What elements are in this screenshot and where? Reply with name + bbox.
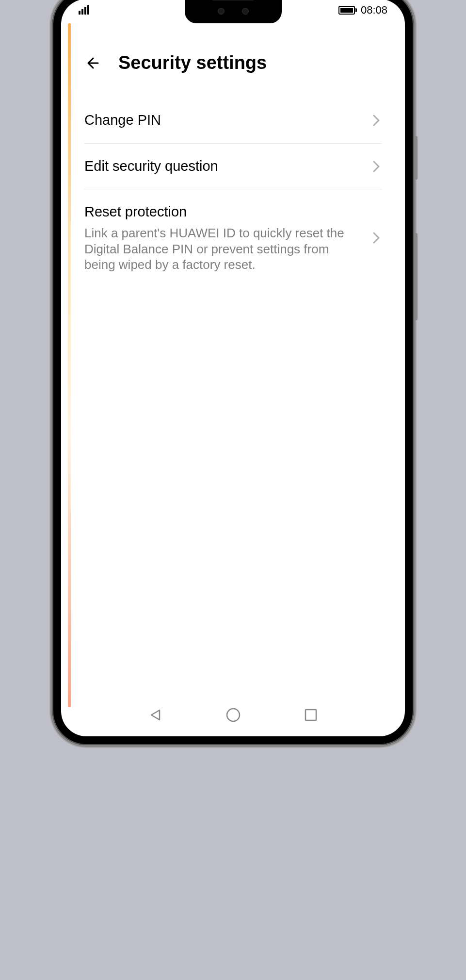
settings-item-edit-security-question[interactable]: Edit security question bbox=[84, 144, 382, 190]
nav-recent-square-icon bbox=[304, 708, 318, 722]
phone-screen: 08:08 Security settings bbox=[61, 0, 405, 736]
settings-item-title: Reset protection bbox=[84, 203, 362, 221]
chevron-right-icon bbox=[372, 232, 382, 244]
nav-back-button[interactable] bbox=[146, 705, 165, 725]
nav-back-triangle-icon bbox=[149, 708, 162, 722]
settings-item-title: Edit security question bbox=[84, 157, 362, 176]
speaker-grille bbox=[211, 0, 255, 0]
nav-home-circle-icon bbox=[225, 707, 241, 723]
front-camera-icon bbox=[242, 8, 249, 15]
nav-recent-button[interactable] bbox=[301, 705, 321, 725]
settings-item-content: Reset protection Link a parent's HUAWEI … bbox=[84, 203, 372, 272]
settings-item-title: Change PIN bbox=[84, 111, 362, 130]
screen-edge-accent bbox=[68, 23, 71, 707]
back-button[interactable] bbox=[84, 54, 102, 72]
front-camera-icon bbox=[218, 8, 225, 15]
nav-home-button[interactable] bbox=[224, 705, 243, 725]
back-arrow-icon bbox=[84, 54, 102, 72]
phone-notch bbox=[185, 0, 282, 23]
page-title: Security settings bbox=[118, 52, 267, 73]
signal-strength-icon bbox=[79, 5, 89, 16]
content-area: Security settings Change PIN bbox=[61, 0, 405, 736]
settings-item-subtitle: Link a parent's HUAWEI ID to quickly res… bbox=[84, 225, 362, 273]
svg-point-0 bbox=[227, 709, 240, 721]
status-right: 08:08 bbox=[338, 4, 387, 17]
battery-icon bbox=[338, 6, 357, 15]
settings-list: Change PIN Edit security question bbox=[61, 83, 405, 286]
navigation-bar bbox=[61, 701, 405, 729]
status-time: 08:08 bbox=[361, 4, 387, 17]
phone-volume-button bbox=[415, 233, 418, 320]
phone-frame: 08:08 Security settings bbox=[52, 0, 414, 745]
phone-power-button bbox=[415, 136, 418, 180]
svg-rect-1 bbox=[305, 710, 316, 720]
settings-item-reset-protection[interactable]: Reset protection Link a parent's HUAWEI … bbox=[84, 189, 382, 286]
chevron-right-icon bbox=[372, 161, 382, 172]
settings-item-change-pin[interactable]: Change PIN bbox=[84, 98, 382, 144]
settings-item-content: Edit security question bbox=[84, 157, 372, 176]
chevron-right-icon bbox=[372, 115, 382, 126]
settings-item-content: Change PIN bbox=[84, 111, 372, 130]
page-header: Security settings bbox=[61, 43, 405, 83]
